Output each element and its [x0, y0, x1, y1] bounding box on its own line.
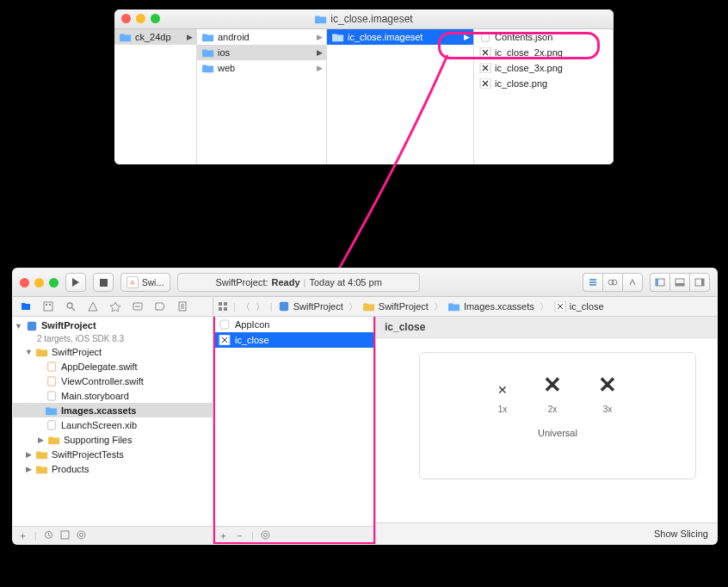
- tree-file-viewcontroller[interactable]: ViewController.swift: [13, 374, 213, 388]
- disclosure-triangle[interactable]: ▼: [25, 348, 33, 356]
- well-label: 2x: [548, 405, 558, 414]
- svg-rect-31: [219, 302, 222, 306]
- jump-segment-imageset[interactable]: ic_close: [554, 301, 604, 312]
- disclosure-triangle[interactable]: ▼: [15, 322, 22, 331]
- debug-navigator-tab[interactable]: [132, 301, 144, 312]
- xcode-traffic-lights[interactable]: [20, 278, 59, 287]
- show-slicing-button[interactable]: Show Slicing: [654, 528, 708, 539]
- svg-rect-37: [220, 320, 229, 329]
- disclosure-triangle[interactable]: ▶: [25, 465, 33, 473]
- finder-item-imageset[interactable]: ic_close.imageset ▶: [327, 29, 473, 45]
- image-file-icon: [479, 63, 491, 73]
- navigator-tabs[interactable]: [13, 297, 213, 317]
- finder-item-ck24dp[interactable]: ck_24dp ▶: [114, 29, 196, 45]
- disclosure-triangle[interactable]: ▶: [25, 450, 33, 459]
- finder-traffic-lights[interactable]: [121, 14, 160, 23]
- finder-file-3x[interactable]: ic_close_3x.png: [474, 60, 613, 76]
- panel-visibility-segment[interactable]: [650, 273, 710, 292]
- breakpoint-navigator-tab[interactable]: [154, 301, 166, 312]
- assets-outline[interactable]: AppIcon ic_close ＋ － |: [213, 317, 376, 544]
- finder-column-2[interactable]: ic_close.imageset ▶: [327, 29, 474, 164]
- navigator-footer[interactable]: ＋ |: [13, 526, 213, 544]
- minimize-button[interactable]: [136, 14, 145, 23]
- filter-scm-icon[interactable]: [60, 530, 70, 541]
- filter-target-icon[interactable]: [77, 530, 86, 541]
- stop-button[interactable]: [93, 273, 114, 292]
- filter-recent-icon[interactable]: [44, 530, 53, 541]
- finder-title-text: ic_close.imageset: [330, 13, 412, 25]
- finder-file-1x[interactable]: ic_close.png: [474, 76, 613, 91]
- finder-item-label: ios: [218, 47, 230, 58]
- asset-label: AppIcon: [235, 319, 269, 330]
- finder-column-3[interactable]: Contents.json ic_close_2x.png ic_close_3…: [474, 29, 614, 164]
- finder-file-2x[interactable]: ic_close_2x.png: [474, 45, 613, 60]
- tree-file-appdelegate[interactable]: AppDelegate.swift: [13, 359, 213, 374]
- well-1x[interactable]: ✕ 1x: [493, 380, 512, 414]
- toggle-debug-button[interactable]: [669, 273, 689, 292]
- project-navigator-tab[interactable]: [20, 301, 32, 312]
- assistant-editor-button[interactable]: [602, 273, 622, 292]
- imageset-icon: [554, 301, 566, 312]
- tree-folder-products[interactable]: ▶ Products: [13, 461, 213, 476]
- tree-folder-swiftproject[interactable]: ▼ SwiftProject: [13, 344, 213, 359]
- zoom-button[interactable]: [49, 278, 59, 287]
- tree-file-assets[interactable]: Images.xcassets: [13, 403, 213, 417]
- assets-footer[interactable]: ＋ － |: [213, 526, 375, 544]
- tree-folder-supporting[interactable]: ▶ Supporting Files: [13, 432, 213, 447]
- add-asset-button[interactable]: ＋: [219, 529, 228, 542]
- asset-label: ic_close: [235, 335, 269, 345]
- svg-point-39: [262, 531, 269, 539]
- search-navigator-tab[interactable]: [65, 301, 77, 312]
- tree-file-storyboard[interactable]: Main.storyboard: [13, 388, 213, 403]
- add-button[interactable]: ＋: [18, 529, 28, 542]
- finder-file-contents[interactable]: Contents.json: [474, 29, 613, 45]
- disclosure-triangle[interactable]: ▶: [37, 436, 45, 444]
- jump-forward-button[interactable]: 〉: [256, 300, 265, 313]
- tree-project-root[interactable]: ▼ SwiftProject: [13, 318, 213, 333]
- scheme-selector[interactable]: A Swi…: [120, 273, 170, 292]
- standard-editor-button[interactable]: [583, 273, 602, 292]
- chevron-right-icon: ▶: [187, 33, 193, 41]
- tree-label: SwiftProject: [52, 347, 102, 357]
- well-3x[interactable]: ✕ 3x: [593, 370, 622, 414]
- finder-item-label: ic_close.png: [495, 78, 547, 89]
- test-navigator-tab[interactable]: [109, 301, 121, 312]
- report-navigator-tab[interactable]: [176, 301, 188, 312]
- jump-bar[interactable]: | 〈 〉 | SwiftProject 〉 SwiftProject 〉 Im…: [213, 297, 717, 317]
- version-editor-button[interactable]: [622, 273, 643, 292]
- close-button[interactable]: [20, 278, 29, 287]
- toggle-utilities-button[interactable]: [689, 273, 710, 292]
- asset-icclose[interactable]: ic_close: [213, 332, 375, 348]
- grid-icon[interactable]: [219, 302, 228, 312]
- close-button[interactable]: [121, 14, 131, 23]
- toggle-navigator-button[interactable]: [650, 273, 669, 292]
- well-2x[interactable]: ✕ 2x: [538, 370, 567, 414]
- jump-segment-assets[interactable]: Images.xcassets: [448, 301, 534, 312]
- svg-rect-11: [656, 279, 658, 286]
- jump-segment-folder[interactable]: SwiftProject: [363, 301, 429, 312]
- tree-folder-tests[interactable]: ▶ SwiftProjectTests: [13, 447, 213, 461]
- issue-navigator-tab[interactable]: [87, 301, 99, 312]
- project-tree[interactable]: ▼ SwiftProject 2 targets, iOS SDK 8.3 ▼ …: [13, 317, 213, 526]
- tree-label: SwiftProjectTests: [52, 449, 124, 460]
- minimize-button[interactable]: [34, 278, 44, 287]
- finder-column-0[interactable]: ck_24dp ▶: [114, 29, 197, 164]
- finder-column-1[interactable]: android ▶ ios ▶ web ▶: [197, 29, 327, 164]
- editor-mode-segment[interactable]: [583, 273, 643, 292]
- finder-item-android[interactable]: android ▶: [197, 29, 326, 45]
- jump-back-button[interactable]: 〈: [241, 300, 250, 313]
- finder-item-ios[interactable]: ios ▶: [197, 45, 326, 60]
- tree-label: Supporting Files: [64, 435, 133, 445]
- jump-segment-project[interactable]: SwiftProject: [278, 301, 343, 312]
- finder-item-web[interactable]: web ▶: [197, 60, 326, 76]
- symbol-navigator-tab[interactable]: [42, 301, 54, 312]
- remove-asset-button[interactable]: －: [235, 529, 244, 542]
- svg-rect-34: [224, 307, 227, 311]
- image-file-icon: [479, 78, 491, 89]
- tree-file-launchscreen[interactable]: LaunchScreen.xib: [13, 417, 213, 432]
- finder-titlebar[interactable]: ic_close.imageset: [114, 9, 614, 29]
- zoom-button[interactable]: [151, 14, 160, 23]
- run-button[interactable]: [65, 273, 86, 292]
- filter-target-icon[interactable]: [261, 530, 270, 541]
- asset-appicon[interactable]: AppIcon: [213, 317, 375, 332]
